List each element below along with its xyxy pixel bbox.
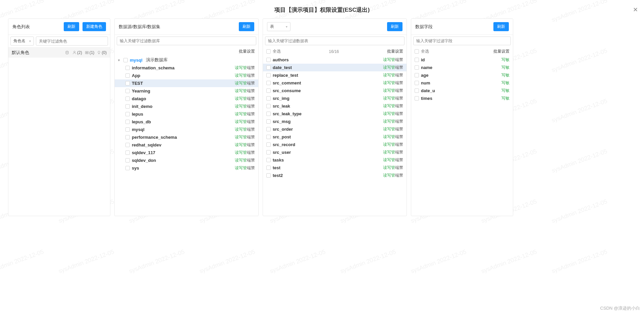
close-icon[interactable]: ✕ <box>633 6 638 13</box>
checkbox[interactable] <box>266 58 271 62</box>
select-all-checkbox[interactable] <box>415 49 419 54</box>
perm-badge[interactable]: 读写管端禁 <box>383 165 403 171</box>
checkbox[interactable] <box>266 158 271 162</box>
checkbox[interactable] <box>123 58 128 62</box>
table-filter-input[interactable] <box>265 37 405 45</box>
perm-badge[interactable]: 读写管端禁 <box>383 80 403 86</box>
table-item[interactable]: src_comment读写管端禁 <box>263 79 407 87</box>
field-item[interactable]: times写敏 <box>411 95 513 102</box>
perm-badge[interactable]: 读写管端禁 <box>235 65 255 71</box>
table-item[interactable]: test读写管端禁 <box>263 164 407 172</box>
database-item[interactable]: Yearning读写管端禁 <box>115 87 258 95</box>
field-filter-input[interactable] <box>413 37 511 45</box>
batch-settings-link[interactable]: 批量设置 <box>239 49 255 54</box>
checkbox[interactable] <box>266 135 271 139</box>
field-item[interactable]: name写敏 <box>411 64 513 71</box>
refresh-button[interactable]: 刷新 <box>239 22 254 31</box>
perm-badge[interactable]: 读写管端禁 <box>235 119 255 125</box>
checkbox[interactable] <box>266 127 271 131</box>
perm-badge[interactable]: 读写管端禁 <box>235 127 255 132</box>
checkbox[interactable] <box>415 58 419 62</box>
checkbox[interactable] <box>266 119 271 124</box>
database-item[interactable]: sqldev_117读写管端禁 <box>115 149 258 156</box>
checkbox[interactable] <box>266 73 271 77</box>
database-item[interactable]: performance_schema读写管端禁 <box>115 133 258 141</box>
checkbox[interactable] <box>415 96 419 101</box>
perm-badge[interactable]: 读写管端禁 <box>383 149 403 155</box>
perm-badge[interactable]: 读写管端禁 <box>235 80 255 86</box>
database-item[interactable]: datago读写管端禁 <box>115 95 258 103</box>
database-item[interactable]: sqldev_don读写管端禁 <box>115 156 258 164</box>
perm-badge[interactable]: 读写管端禁 <box>383 126 403 132</box>
checkbox[interactable] <box>266 96 271 101</box>
checkbox[interactable] <box>415 88 419 93</box>
checkbox[interactable] <box>125 112 130 116</box>
batch-settings-link[interactable]: 批量设置 <box>493 49 509 54</box>
perm-badge[interactable]: 写敏 <box>501 88 509 93</box>
perm-badge[interactable]: 读写管端禁 <box>383 157 403 163</box>
perm-badge[interactable]: 读写管端禁 <box>383 119 403 124</box>
perm-badge[interactable]: 写敏 <box>501 80 509 86</box>
table-item[interactable]: src_msg读写管端禁 <box>263 118 407 125</box>
checkbox[interactable] <box>266 65 271 70</box>
checkbox[interactable] <box>125 135 130 139</box>
checkbox[interactable] <box>125 89 130 93</box>
expand-icon[interactable]: ▾ <box>118 58 121 62</box>
perm-badge[interactable]: 读写管端禁 <box>235 88 255 94</box>
table-item[interactable]: test2读写管端禁 <box>263 172 407 179</box>
perm-badge[interactable]: 读写管端禁 <box>383 103 403 109</box>
perm-badge[interactable]: 读写管端禁 <box>235 165 255 171</box>
role-name-select[interactable]: 角色名 ▾ <box>10 37 34 46</box>
perm-badge[interactable]: 读写管端禁 <box>383 65 403 70</box>
perm-badge[interactable]: 读写管端禁 <box>235 111 255 117</box>
checkbox[interactable] <box>125 158 130 163</box>
database-item[interactable]: App读写管端禁 <box>115 72 258 79</box>
perm-badge[interactable]: 读写管端禁 <box>383 96 403 101</box>
perm-badge[interactable]: 读写管端禁 <box>235 73 255 78</box>
field-item[interactable]: date_u写敏 <box>411 87 513 95</box>
datasource-filter-input[interactable] <box>117 37 256 45</box>
checkbox[interactable] <box>125 81 130 85</box>
refresh-button[interactable]: 刷新 <box>493 22 509 31</box>
table-item[interactable]: src_record读写管端禁 <box>263 141 407 148</box>
refresh-button[interactable]: 刷新 <box>387 22 402 31</box>
refresh-button[interactable]: 刷新 <box>64 22 79 31</box>
perm-badge[interactable]: 读写管端禁 <box>383 88 403 93</box>
checkbox[interactable] <box>266 173 271 178</box>
table-item[interactable]: src_post读写管端禁 <box>263 133 407 141</box>
database-item[interactable]: init_demo读写管端禁 <box>115 103 258 110</box>
checkbox[interactable] <box>125 73 130 78</box>
perm-badge[interactable]: 读写管端禁 <box>383 173 403 178</box>
database-item[interactable]: redhat_sqldev读写管端禁 <box>115 141 258 149</box>
perm-badge[interactable]: 读写管端禁 <box>235 158 255 163</box>
table-item[interactable]: src_leak读写管端禁 <box>263 102 407 110</box>
perm-badge[interactable]: 读写管端禁 <box>235 96 255 102</box>
checkbox[interactable] <box>266 142 271 147</box>
batch-settings-link[interactable]: 批量设置 <box>387 49 403 54</box>
checkbox[interactable] <box>266 104 271 108</box>
database-item[interactable]: information_schema读写管端禁 <box>115 64 258 72</box>
checkbox[interactable] <box>125 166 130 170</box>
perm-badge[interactable]: 读写管端禁 <box>235 104 255 109</box>
database-item[interactable]: sys读写管端禁 <box>115 164 258 172</box>
checkbox[interactable] <box>266 112 271 116</box>
table-item[interactable]: replace_test读写管端禁 <box>263 71 407 79</box>
perm-badge[interactable]: 读写管端禁 <box>235 142 255 148</box>
checkbox[interactable] <box>266 88 271 93</box>
checkbox[interactable] <box>125 127 130 132</box>
table-item[interactable]: src_consume读写管端禁 <box>263 87 407 95</box>
table-item[interactable]: src_order读写管端禁 <box>263 125 407 133</box>
table-item[interactable]: authors读写管端禁 <box>263 56 407 64</box>
perm-badge[interactable]: 写敏 <box>501 57 509 63</box>
database-item[interactable]: lepus_db读写管端禁 <box>115 118 258 126</box>
perm-badge[interactable]: 读写管端禁 <box>383 72 403 78</box>
checkbox[interactable] <box>125 120 130 124</box>
perm-badge[interactable]: 读写管端禁 <box>383 134 403 140</box>
field-item[interactable]: id写敏 <box>411 56 513 64</box>
new-role-button[interactable]: 新建角色 <box>83 22 106 31</box>
table-item[interactable]: src_img读写管端禁 <box>263 95 407 102</box>
checkbox[interactable] <box>125 150 130 155</box>
perm-badge[interactable]: 写敏 <box>501 72 509 78</box>
database-item[interactable]: lepus读写管端禁 <box>115 110 258 118</box>
perm-badge[interactable]: 读写管端禁 <box>383 57 403 63</box>
